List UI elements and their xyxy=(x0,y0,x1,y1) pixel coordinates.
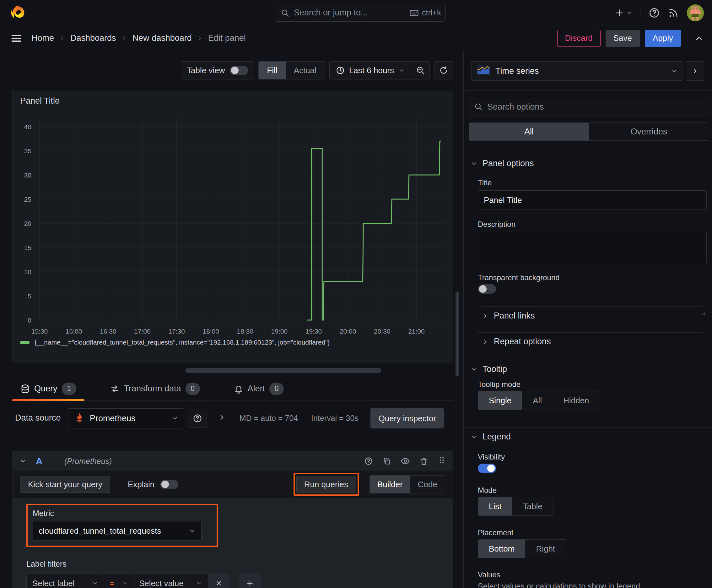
query-inspector-button[interactable]: Query inspector xyxy=(370,408,444,428)
actual-option[interactable]: Actual xyxy=(286,62,325,79)
svg-text:18:00: 18:00 xyxy=(202,328,219,335)
tooltip-mode-switch: Single All Hidden xyxy=(478,391,600,410)
help-button[interactable] xyxy=(649,7,660,19)
breadcrumb-new-dashboard[interactable]: New dashboard xyxy=(132,33,192,43)
discard-button[interactable]: Discard xyxy=(557,30,601,47)
svg-text:30: 30 xyxy=(24,171,31,179)
fill-option[interactable]: Fill xyxy=(259,62,285,79)
legend-mode-table[interactable]: Table xyxy=(512,497,553,516)
legend-placement-right[interactable]: Right xyxy=(525,540,566,558)
tab-all[interactable]: All xyxy=(469,123,589,141)
save-button[interactable]: Save xyxy=(606,30,640,47)
remove-filter-button[interactable] xyxy=(209,574,229,588)
code-option[interactable]: Code xyxy=(410,476,445,493)
vertical-scrollbar[interactable] xyxy=(455,292,459,376)
options-search[interactable] xyxy=(469,98,709,116)
kickstart-query-button[interactable]: Kick start your query xyxy=(20,476,110,493)
tab-query[interactable]: Query 1 xyxy=(12,377,84,400)
divider xyxy=(464,360,712,360)
keyboard-icon xyxy=(409,8,419,18)
zoom-out-button[interactable] xyxy=(411,62,429,79)
explain-toggle[interactable] xyxy=(160,480,178,489)
keyboard-shortcut-hint: ctrl+k xyxy=(409,8,441,18)
global-search-input[interactable] xyxy=(294,8,405,18)
chart-legend[interactable]: {__name__="cloudflared_tunnel_total_requ… xyxy=(20,339,330,346)
metric-select[interactable]: cloudflared_tunnel_total_requests xyxy=(33,521,201,541)
duplicate-query-icon[interactable] xyxy=(382,457,391,465)
svg-text:15:30: 15:30 xyxy=(31,328,48,335)
toggle-visibility-icon[interactable] xyxy=(401,456,410,466)
panel-title-input[interactable] xyxy=(478,190,707,210)
transparent-bg-toggle[interactable] xyxy=(478,284,496,294)
legend-placement-bottom[interactable]: Bottom xyxy=(478,540,525,558)
plus-icon xyxy=(614,8,624,18)
breadcrumb-dashboards[interactable]: Dashboards xyxy=(70,33,116,43)
tab-alert[interactable]: Alert 0 xyxy=(226,377,292,400)
tooltip-mode-single[interactable]: Single xyxy=(478,391,522,410)
grafana-logo[interactable] xyxy=(9,4,26,21)
user-avatar[interactable] xyxy=(687,4,704,21)
query-a-header[interactable]: A (Prometheus) xyxy=(13,452,453,470)
divider xyxy=(464,90,712,91)
chevron-right-icon xyxy=(691,67,699,75)
select-label-dropdown[interactable]: Select label xyxy=(27,574,104,588)
time-range-label: Last 6 hours xyxy=(349,66,394,76)
svg-text:16:00: 16:00 xyxy=(66,328,82,335)
run-queries-button[interactable]: Run queries xyxy=(296,476,356,493)
builder-option[interactable]: Builder xyxy=(370,476,410,493)
chevron-down-icon xyxy=(189,527,196,534)
timeseries-viz-icon xyxy=(477,65,490,77)
tab-transform-label: Transform data xyxy=(124,384,181,394)
legend-visibility-toggle[interactable] xyxy=(478,464,496,473)
datasource-help-button[interactable] xyxy=(188,409,207,428)
tab-overrides[interactable]: Overrides xyxy=(589,123,709,141)
menu-toggle-button[interactable] xyxy=(11,33,22,44)
description-textarea[interactable] xyxy=(478,232,707,263)
all-overrides-tabs: All Overrides xyxy=(469,123,709,141)
resize-handle-icon[interactable] xyxy=(700,309,706,316)
breadcrumb-home[interactable]: Home xyxy=(31,33,54,43)
options-search-input[interactable] xyxy=(487,102,704,112)
datasource-picker[interactable]: Prometheus xyxy=(68,408,184,428)
apply-button[interactable]: Apply xyxy=(645,30,681,47)
horizontal-scrollbar[interactable] xyxy=(185,368,382,373)
viz-suggestions-button[interactable] xyxy=(686,61,704,81)
time-range-picker[interactable]: Last 6 hours xyxy=(330,62,411,79)
operator-dropdown[interactable]: = xyxy=(104,574,133,588)
panel-links-section-header[interactable]: Panel links xyxy=(482,311,535,321)
tab-transform-data[interactable]: Transform data 0 xyxy=(102,377,208,400)
time-series-chart[interactable]: 051015202530354015:3016:0016:3017:0017:3… xyxy=(13,91,453,336)
label-filters-label: Label filters xyxy=(26,560,445,569)
chevron-down-icon xyxy=(398,67,405,74)
news-rss-button[interactable] xyxy=(668,7,679,18)
drag-handle-icon[interactable] xyxy=(438,456,446,466)
chart-panel[interactable]: Panel Title 051015202530354015:3016:0016… xyxy=(12,91,453,362)
global-search[interactable]: ctrl+k xyxy=(275,4,446,22)
chevron-down-icon[interactable] xyxy=(19,458,26,465)
tooltip-mode-all[interactable]: All xyxy=(522,391,553,410)
query-help-icon[interactable] xyxy=(364,457,373,465)
chevron-down-icon xyxy=(671,67,678,75)
chevron-right-icon[interactable] xyxy=(218,413,226,422)
visualization-picker[interactable]: Time series xyxy=(471,61,684,81)
prometheus-icon xyxy=(74,412,85,425)
tooltip-mode-hidden[interactable]: Hidden xyxy=(553,391,600,410)
tooltip-section-header[interactable]: Tooltip xyxy=(471,364,507,374)
divider xyxy=(478,332,703,333)
table-view-toggle[interactable] xyxy=(230,66,248,75)
panel-options-section-header[interactable]: Panel options xyxy=(471,159,534,168)
repeat-options-section-header[interactable]: Repeat options xyxy=(482,337,551,346)
legend-series-label[interactable]: {__name__="cloudflared_tunnel_total_requ… xyxy=(35,339,330,346)
refresh-button[interactable] xyxy=(434,62,453,79)
title-field-label: Title xyxy=(478,178,492,187)
metric-value: cloudflared_tunnel_total_requests xyxy=(39,526,184,536)
tab-alert-label: Alert xyxy=(248,384,265,394)
delete-query-icon[interactable] xyxy=(419,457,428,465)
chevron-up-icon[interactable] xyxy=(694,34,704,43)
select-value-dropdown[interactable]: Select value xyxy=(133,574,209,588)
add-filter-button[interactable] xyxy=(239,573,261,588)
new-menu-button[interactable] xyxy=(614,8,632,18)
legend-section-header[interactable]: Legend xyxy=(471,432,511,442)
plus-icon xyxy=(246,579,254,587)
legend-mode-list[interactable]: List xyxy=(478,497,512,516)
